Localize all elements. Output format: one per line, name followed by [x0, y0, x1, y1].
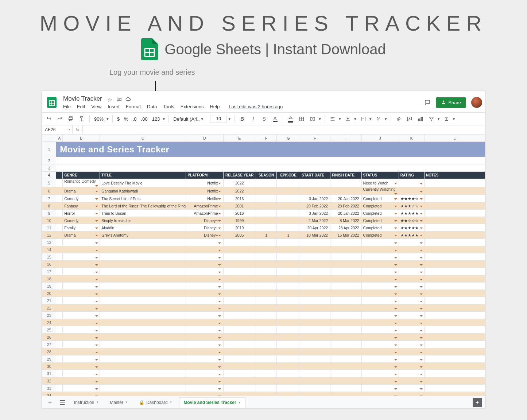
cell[interactable] — [399, 239, 424, 246]
cell[interactable] — [424, 290, 485, 297]
cell[interactable] — [186, 261, 223, 268]
cell[interactable] — [223, 239, 256, 246]
cell[interactable] — [277, 210, 300, 217]
merge-button[interactable] — [308, 114, 317, 124]
undo-button[interactable] — [44, 114, 54, 124]
cell[interactable]: 2 Mar 2022 — [300, 217, 330, 224]
currency-button[interactable]: $ — [116, 116, 121, 122]
row-29[interactable]: 29 — [42, 355, 56, 363]
cell[interactable] — [361, 246, 399, 253]
row-4[interactable]: 4 — [42, 172, 56, 179]
col-D[interactable]: D — [186, 135, 223, 142]
cell[interactable] — [63, 290, 100, 297]
cell[interactable] — [361, 334, 399, 341]
menu-file[interactable]: File — [62, 103, 72, 110]
cell[interactable] — [186, 290, 223, 297]
cell[interactable] — [361, 304, 399, 312]
bold-button[interactable]: B — [237, 114, 247, 124]
cell[interactable] — [63, 304, 100, 312]
cell[interactable] — [256, 341, 276, 348]
cell[interactable] — [399, 187, 424, 195]
cell[interactable] — [424, 268, 485, 275]
cell[interactable] — [256, 297, 276, 304]
cell[interactable]: Gangubai Kathiawadi — [100, 187, 186, 195]
menu-view[interactable]: View — [90, 103, 103, 110]
cell[interactable] — [186, 326, 223, 334]
cell[interactable]: 28 Feb 2022 — [330, 202, 362, 210]
row-31[interactable]: 31 — [42, 370, 56, 377]
cell[interactable] — [100, 334, 186, 341]
cell[interactable] — [100, 261, 186, 268]
cell[interactable] — [223, 297, 256, 304]
cell[interactable] — [277, 202, 300, 210]
cell[interactable] — [277, 370, 300, 377]
cell[interactable] — [56, 334, 63, 341]
cell[interactable] — [100, 290, 186, 297]
cell[interactable]: 2016 — [223, 195, 256, 202]
hdr-title[interactable]: TITLE — [100, 172, 186, 179]
cell[interactable]: 8 Mar 2022 — [330, 217, 362, 224]
valign-button[interactable] — [343, 114, 353, 124]
cell[interactable] — [277, 275, 300, 283]
tab-dashboard[interactable]: 🔒Dashboard▼ — [135, 397, 177, 408]
cell[interactable] — [300, 246, 330, 253]
row-2[interactable]: 2 — [42, 157, 56, 164]
cell[interactable] — [256, 261, 276, 268]
hdr-platform[interactable]: PLATFORM — [186, 172, 223, 179]
cell[interactable] — [256, 385, 276, 392]
cell[interactable] — [186, 348, 223, 355]
cell[interactable] — [300, 392, 330, 396]
cell[interactable] — [361, 253, 399, 261]
cell[interactable] — [277, 392, 300, 396]
cell[interactable] — [361, 268, 399, 275]
cell[interactable] — [256, 210, 276, 217]
cell[interactable] — [300, 304, 330, 312]
cell[interactable] — [300, 297, 330, 304]
cell[interactable] — [63, 348, 100, 355]
cell[interactable]: 2022 — [223, 187, 256, 195]
cell[interactable] — [277, 239, 300, 246]
cell[interactable] — [56, 179, 63, 187]
cell[interactable] — [256, 217, 276, 224]
cell[interactable] — [186, 312, 223, 319]
zoom-select[interactable]: 90% — [93, 116, 105, 122]
cell[interactable]: Simply Irresistible — [100, 217, 186, 224]
cell[interactable] — [186, 355, 223, 363]
row-3[interactable]: 3 — [42, 164, 56, 172]
cell[interactable] — [56, 326, 63, 334]
cell[interactable] — [256, 275, 276, 283]
cell[interactable] — [424, 312, 485, 319]
tab-master[interactable]: Master▼ — [105, 397, 132, 408]
select-all-cell[interactable] — [42, 135, 56, 142]
wrap-button[interactable] — [359, 114, 368, 124]
cell[interactable] — [277, 187, 300, 195]
cell[interactable] — [56, 392, 63, 396]
cell[interactable] — [56, 239, 63, 246]
cell[interactable]: 2019 — [223, 224, 256, 232]
cell[interactable] — [300, 261, 330, 268]
cell[interactable] — [100, 239, 186, 246]
hdr-start[interactable]: START DATE — [300, 172, 330, 179]
cell[interactable]: 1 — [277, 232, 300, 239]
cell[interactable] — [399, 261, 424, 268]
cell[interactable] — [399, 268, 424, 275]
cell[interactable] — [330, 179, 362, 187]
cell[interactable] — [56, 319, 63, 326]
cell[interactable] — [277, 179, 300, 187]
cell[interactable]: Disney+ — [186, 232, 223, 239]
cell[interactable] — [256, 187, 276, 195]
cell[interactable] — [361, 275, 399, 283]
increase-decimal-button[interactable]: .00 — [140, 116, 149, 122]
row-25[interactable]: 25 — [42, 326, 56, 334]
cell[interactable] — [300, 283, 330, 290]
cell[interactable]: 20 Jan 2022 — [330, 195, 362, 202]
cell[interactable] — [330, 363, 362, 370]
move-folder-icon[interactable] — [116, 96, 122, 102]
star-icon[interactable]: ☆ — [107, 96, 113, 102]
rotate-button[interactable] — [374, 114, 383, 124]
row-14[interactable]: 14 — [42, 246, 56, 253]
cell[interactable] — [63, 355, 100, 363]
cell[interactable] — [399, 326, 424, 334]
cell[interactable] — [100, 363, 186, 370]
cell[interactable] — [223, 326, 256, 334]
